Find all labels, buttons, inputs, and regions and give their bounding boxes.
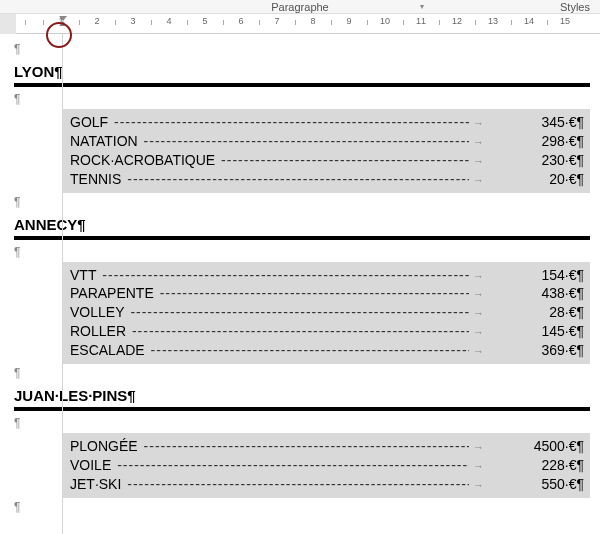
ruler-tick: 7 (274, 16, 279, 26)
item-price: 230·€¶ (524, 151, 584, 170)
item-name: ROLLER (70, 322, 126, 341)
paragraph-mark: ¶ (14, 243, 590, 262)
section-rule (14, 236, 590, 240)
tab-arrow-icon: → (469, 135, 524, 150)
item-name: ESCALADE (70, 341, 145, 360)
table-row: ROLLER ---------------------------------… (70, 322, 584, 341)
ruler-tick: 1 (58, 16, 63, 26)
ribbon-tab-paragraphe[interactable]: Paragraphe (271, 1, 329, 13)
item-name: GOLF (70, 113, 108, 132)
price-table: VTT ------------------------------------… (62, 262, 590, 364)
tab-arrow-icon: → (469, 440, 524, 455)
tab-leader: ----------------------------------------… (115, 456, 469, 475)
tab-leader: ----------------------------------------… (128, 303, 469, 322)
tab-arrow-icon: → (469, 306, 524, 321)
item-price: 228·€¶ (524, 456, 584, 475)
item-name: VOLLEY (70, 303, 124, 322)
tab-arrow-icon: → (469, 344, 524, 359)
item-price: 28·€¶ (524, 303, 584, 322)
paragraph-mark: ¶ (14, 193, 590, 212)
tab-arrow-icon: → (469, 478, 524, 493)
tab-leader: ----------------------------------------… (125, 170, 469, 189)
tab-leader: ----------------------------------------… (112, 113, 469, 132)
ruler-tick: 11 (416, 16, 426, 26)
tab-arrow-icon: → (469, 154, 524, 169)
ruler-inactive-left (0, 14, 16, 34)
table-row: TENNIS ---------------------------------… (70, 170, 584, 189)
item-price: 438·€¶ (524, 284, 584, 303)
tab-leader: ----------------------------------------… (158, 284, 469, 303)
table-row: VTT ------------------------------------… (70, 266, 584, 285)
ruler-tick: 2 (94, 16, 99, 26)
price-table: GOLF -----------------------------------… (62, 109, 590, 193)
tab-leader: ----------------------------------------… (142, 132, 469, 151)
ribbon-tabs: Paragraphe ▾ Styles (0, 0, 600, 14)
section-heading: LYON¶ (14, 59, 590, 82)
table-row: GOLF -----------------------------------… (70, 113, 584, 132)
section-rule (14, 83, 590, 87)
tab-arrow-icon: → (469, 287, 524, 302)
item-price: 145·€¶ (524, 322, 584, 341)
item-name: ROCK·ACROBATIQUE (70, 151, 215, 170)
section-heading: JUAN·LES·PINS¶ (14, 383, 590, 406)
tab-arrow-icon: → (469, 173, 524, 188)
paragraph-mark: ¶ (14, 498, 590, 517)
tab-leader: ----------------------------------------… (219, 151, 469, 170)
table-row: NATATION -------------------------------… (70, 132, 584, 151)
item-name: JET·SKI (70, 475, 121, 494)
price-table: PLONGÉE --------------------------------… (62, 433, 590, 498)
ruler-tick: 4 (166, 16, 171, 26)
item-name: NATATION (70, 132, 138, 151)
tab-leader: ----------------------------------------… (100, 266, 469, 285)
tab-leader: ----------------------------------------… (125, 475, 469, 494)
tab-leader: ----------------------------------------… (130, 322, 469, 341)
table-row: ROCK·ACROBATIQUE -----------------------… (70, 151, 584, 170)
item-name: PLONGÉE (70, 437, 138, 456)
ruler-tick: 14 (524, 16, 534, 26)
tab-arrow-icon: → (469, 269, 524, 284)
ruler-tick: 13 (488, 16, 498, 26)
horizontal-ruler[interactable]: 123456789101112131415 (0, 14, 600, 34)
item-name: PARAPENTE (70, 284, 154, 303)
left-margin-guide (62, 34, 63, 534)
document-body: ¶ LYON¶¶GOLF ---------------------------… (0, 34, 600, 517)
item-name: TENNIS (70, 170, 121, 189)
tab-arrow-icon: → (469, 116, 524, 131)
ruler-tick: 8 (310, 16, 315, 26)
item-price: 4500·€¶ (524, 437, 584, 456)
paragraph-mark: ¶ (14, 40, 590, 59)
table-row: VOILE ----------------------------------… (70, 456, 584, 475)
tab-leader: ----------------------------------------… (142, 437, 469, 456)
item-price: 550·€¶ (524, 475, 584, 494)
item-name: VOILE (70, 456, 111, 475)
dropdown-icon[interactable]: ▾ (420, 2, 424, 11)
item-price: 20·€¶ (524, 170, 584, 189)
table-row: VOLLEY ---------------------------------… (70, 303, 584, 322)
item-price: 154·€¶ (524, 266, 584, 285)
tab-arrow-icon: → (469, 459, 524, 474)
ribbon-tab-styles[interactable]: Styles (560, 1, 590, 13)
ruler-tick: 12 (452, 16, 462, 26)
table-row: JET·SKI --------------------------------… (70, 475, 584, 494)
item-price: 369·€¶ (524, 341, 584, 360)
ruler-tick: 3 (130, 16, 135, 26)
tab-arrow-icon: → (469, 325, 524, 340)
paragraph-mark: ¶ (14, 364, 590, 383)
paragraph-mark: ¶ (14, 90, 590, 109)
item-name: VTT (70, 266, 96, 285)
item-price: 298·€¶ (524, 132, 584, 151)
paragraph-mark: ¶ (14, 414, 590, 433)
tab-leader: ----------------------------------------… (149, 341, 469, 360)
table-row: PARAPENTE ------------------------------… (70, 284, 584, 303)
ruler-tick: 10 (380, 16, 390, 26)
section-rule (14, 407, 590, 411)
item-price: 345·€¶ (524, 113, 584, 132)
table-row: ESCALADE -------------------------------… (70, 341, 584, 360)
ruler-tick: 6 (238, 16, 243, 26)
section-heading: ANNECY¶ (14, 212, 590, 235)
table-row: PLONGÉE --------------------------------… (70, 437, 584, 456)
ruler-tick: 5 (202, 16, 207, 26)
ruler-tick: 9 (346, 16, 351, 26)
ruler-tick: 15 (560, 16, 570, 26)
